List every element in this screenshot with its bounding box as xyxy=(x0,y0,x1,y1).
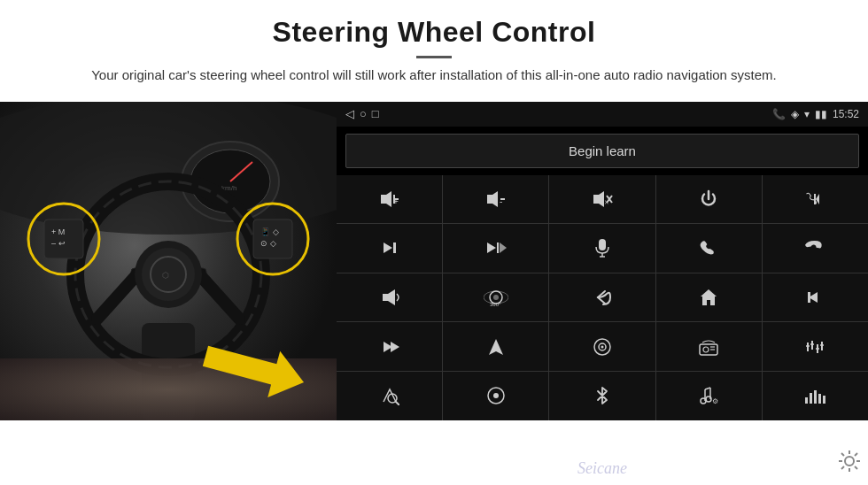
svg-line-81 xyxy=(705,388,710,389)
svg-line-98 xyxy=(841,466,844,469)
begin-learn-button[interactable]: Begin learn xyxy=(345,134,859,168)
settings-circle-button[interactable] xyxy=(443,372,548,420)
svg-rect-46 xyxy=(599,239,606,250)
battery-icon: ▮▮ xyxy=(815,108,827,120)
begin-learn-row: Begin learn xyxy=(337,127,868,175)
clock: 15:52 xyxy=(833,108,859,120)
svg-line-76 xyxy=(396,402,399,405)
android-status-bar: ◁ ○ □ 📞 ◈ ▾ ▮▮ 15:52 xyxy=(337,102,868,127)
svg-marker-45 xyxy=(500,242,507,253)
music-button[interactable]: ⚙ xyxy=(656,372,762,420)
fast-forward-button[interactable] xyxy=(337,322,442,371)
svg-text:+: + xyxy=(393,196,399,206)
svg-text:–  ↩: – ↩ xyxy=(51,239,66,248)
prev-next-button[interactable] xyxy=(443,224,548,273)
svg-marker-49 xyxy=(383,289,395,305)
svg-point-78 xyxy=(493,393,499,398)
svg-text:⊙ ◇: ⊙ ◇ xyxy=(260,239,276,248)
back-icon[interactable]: ◁ xyxy=(345,107,354,121)
next-track-button[interactable] xyxy=(337,224,442,273)
vol-up-button[interactable]: + xyxy=(337,175,442,224)
power-button[interactable] xyxy=(656,175,762,224)
phone-prev-button[interactable] xyxy=(763,175,868,224)
wifi-icon: ▾ xyxy=(804,108,810,120)
title-divider xyxy=(416,56,452,58)
seicane-watermark: Seicane xyxy=(577,459,627,478)
svg-marker-43 xyxy=(487,242,496,253)
photo-panel: km/h ⬡ xyxy=(0,102,337,420)
svg-marker-35 xyxy=(593,191,604,207)
svg-marker-58 xyxy=(391,342,399,352)
svg-text:360°: 360° xyxy=(490,302,501,307)
back-button[interactable] xyxy=(549,273,655,322)
page-container: Steering Wheel Control Your original car… xyxy=(0,0,868,485)
svg-marker-54 xyxy=(701,289,717,305)
phone-icon: 📞 xyxy=(772,108,786,120)
svg-point-90 xyxy=(845,457,854,466)
status-left: ◁ ○ □ xyxy=(345,107,379,121)
svg-text:+  M: + M xyxy=(51,227,65,236)
source-button[interactable] xyxy=(549,322,655,371)
svg-rect-85 xyxy=(805,397,808,404)
equalizer-button[interactable] xyxy=(763,322,868,371)
page-title: Steering Wheel Control xyxy=(53,16,815,49)
svg-point-62 xyxy=(601,345,603,348)
mute-button[interactable]: × xyxy=(549,175,655,224)
vol-down-button[interactable]: - xyxy=(443,175,548,224)
svg-line-95 xyxy=(841,453,844,456)
car-interior-svg: km/h ⬡ xyxy=(0,102,337,420)
svg-line-96 xyxy=(855,466,857,469)
svg-point-1 xyxy=(0,102,337,235)
svg-point-51 xyxy=(493,295,499,300)
svg-rect-86 xyxy=(810,393,812,404)
controls-grid: + - xyxy=(337,175,868,420)
svg-text:⬡: ⬡ xyxy=(162,271,169,280)
location-icon: ◈ xyxy=(791,108,799,120)
screen-wrapper: ◁ ○ □ 📞 ◈ ▾ ▮▮ 15:52 Begin learn xyxy=(337,102,868,486)
android-screen: ◁ ○ □ 📞 ◈ ▾ ▮▮ 15:52 Begin learn xyxy=(337,102,868,420)
horn-button[interactable] xyxy=(337,273,442,322)
svg-marker-27 xyxy=(381,191,391,207)
settings-gear-icon[interactable] xyxy=(838,450,861,478)
header-section: Steering Wheel Control Your original car… xyxy=(0,0,868,95)
rewind-button[interactable] xyxy=(763,273,868,322)
svg-rect-89 xyxy=(823,396,825,404)
svg-rect-40 xyxy=(814,194,816,204)
content-section: km/h ⬡ xyxy=(0,102,868,486)
svg-text:⚙: ⚙ xyxy=(712,397,718,405)
svg-marker-32 xyxy=(487,191,498,207)
phone-end-button[interactable] xyxy=(763,224,868,273)
home-icon[interactable]: ○ xyxy=(360,107,367,121)
spectrum-button[interactable] xyxy=(763,372,868,420)
status-right: 📞 ◈ ▾ ▮▮ 15:52 xyxy=(772,108,859,120)
svg-rect-88 xyxy=(818,394,821,404)
cam360-button[interactable]: 360° xyxy=(443,273,548,322)
phone-answer-button[interactable] xyxy=(656,224,762,273)
microphone-button[interactable] xyxy=(549,224,655,273)
svg-rect-42 xyxy=(393,242,396,253)
svg-line-97 xyxy=(855,453,857,456)
svg-text:📱 ◇: 📱 ◇ xyxy=(260,227,279,237)
bluetooth-button[interactable] xyxy=(549,372,655,420)
radio-button[interactable] xyxy=(656,322,762,371)
svg-marker-59 xyxy=(489,339,503,355)
svg-text:×: × xyxy=(604,197,609,207)
voice-button[interactable] xyxy=(337,372,442,420)
home-screen-button[interactable] xyxy=(656,273,762,322)
subtitle: Your original car's steering wheel contr… xyxy=(89,65,779,86)
navigation-button[interactable] xyxy=(443,322,548,371)
svg-text:-: - xyxy=(500,196,502,206)
svg-point-64 xyxy=(703,347,709,352)
svg-marker-41 xyxy=(384,242,392,253)
recents-icon[interactable]: □ xyxy=(372,107,379,121)
svg-rect-87 xyxy=(814,390,817,404)
